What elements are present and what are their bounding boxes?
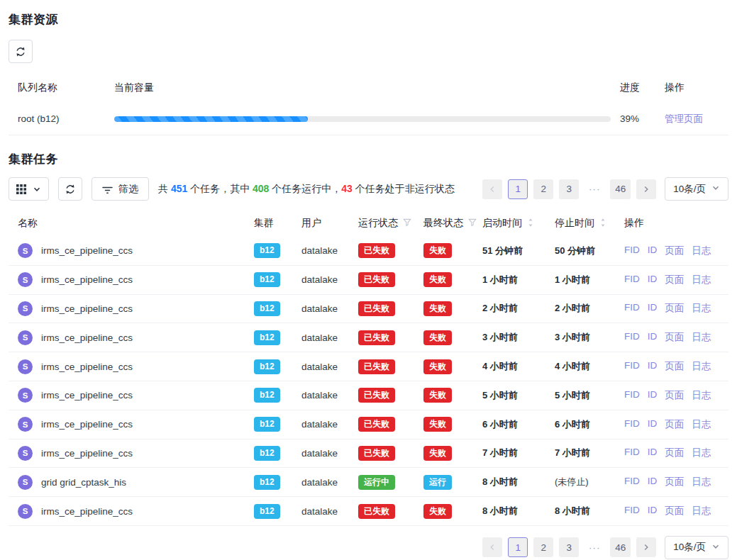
- action-link-id[interactable]: ID: [648, 389, 658, 402]
- refresh-icon: [15, 46, 26, 57]
- pagination-ellipsis[interactable]: ···: [584, 179, 604, 199]
- col-final-status: 最终状态: [423, 217, 482, 230]
- action-link-fid[interactable]: FID: [624, 245, 640, 257]
- pagination-next-button[interactable]: [636, 537, 656, 557]
- cluster-badge: b12: [254, 475, 280, 490]
- filter-button[interactable]: 筛选: [92, 177, 149, 201]
- action-link-id[interactable]: ID: [648, 447, 658, 459]
- column-sorter-icon[interactable]: [527, 218, 534, 230]
- action-link-日志[interactable]: 日志: [692, 245, 711, 257]
- pagination-page-3[interactable]: 3: [559, 537, 579, 557]
- action-link-id[interactable]: ID: [648, 245, 658, 257]
- action-link-fid[interactable]: FID: [624, 302, 640, 315]
- action-link-fid[interactable]: FID: [624, 418, 640, 431]
- column-layout-dropdown-button[interactable]: [9, 177, 49, 201]
- cluster-badge: b12: [254, 272, 280, 287]
- action-link-fid[interactable]: FID: [624, 476, 640, 488]
- table-row: Sgrid grid_cptask_hisb12datalake运行中运行8 小…: [9, 468, 728, 497]
- action-link-id[interactable]: ID: [648, 274, 658, 286]
- action-link-页面[interactable]: 页面: [665, 447, 684, 459]
- task-name-cell: Sgrid grid_cptask_his: [18, 475, 254, 490]
- action-link-日志[interactable]: 日志: [692, 274, 711, 286]
- avatar: S: [18, 272, 33, 287]
- action-link-fid[interactable]: FID: [624, 360, 640, 373]
- table-row: Sirms_ce_pipeline_ccsb12datalake已失败失败5 小…: [9, 381, 728, 410]
- row-actions: FIDID页面日志: [624, 389, 728, 402]
- action-link-日志[interactable]: 日志: [692, 302, 711, 315]
- final-status-badge-cell: 失败: [423, 388, 482, 403]
- task-name-cell: Sirms_ce_pipeline_ccs: [18, 504, 254, 519]
- page-size-select[interactable]: 10条/页: [665, 536, 728, 559]
- action-link-id[interactable]: ID: [648, 476, 658, 488]
- avatar: S: [18, 504, 33, 519]
- action-link-fid[interactable]: FID: [624, 331, 640, 344]
- tasks-refresh-button[interactable]: [58, 177, 82, 201]
- action-link-fid[interactable]: FID: [624, 389, 640, 402]
- task-count-running: 408: [253, 183, 269, 194]
- action-link-页面[interactable]: 页面: [665, 331, 684, 344]
- action-link-fid[interactable]: FID: [624, 274, 640, 286]
- cluster-badge: b12: [254, 388, 280, 403]
- action-link-fid[interactable]: FID: [624, 447, 640, 459]
- manage-page-link[interactable]: 管理页面: [665, 113, 728, 125]
- action-link-id[interactable]: ID: [648, 505, 658, 517]
- run-status-badge: 已失败: [358, 330, 395, 345]
- task-table-body: Sirms_ce_pipeline_ccsb12datalake已失败失败51 …: [9, 237, 728, 526]
- action-link-id[interactable]: ID: [648, 331, 658, 344]
- pagination-page-2[interactable]: 2: [533, 179, 553, 199]
- run-status-badge-cell: 已失败: [358, 359, 423, 374]
- action-link-日志[interactable]: 日志: [692, 505, 711, 517]
- pagination-next-button[interactable]: [636, 179, 656, 199]
- action-link-页面[interactable]: 页面: [665, 389, 684, 402]
- stop-time: 5 小时前: [555, 389, 624, 402]
- pagination-page-46[interactable]: 46: [610, 537, 631, 557]
- column-sorter-icon[interactable]: [599, 218, 606, 230]
- col-progress: 进度: [620, 82, 655, 94]
- user-cell: datalake: [301, 274, 358, 285]
- table-row: Sirms_ce_pipeline_ccsb12datalake已失败失败7 小…: [9, 439, 728, 469]
- action-link-日志[interactable]: 日志: [692, 389, 711, 402]
- resources-refresh-button[interactable]: [9, 40, 33, 63]
- run-status-badge-cell: 已失败: [358, 388, 423, 403]
- action-link-fid[interactable]: FID: [624, 505, 640, 517]
- pagination-page-2[interactable]: 2: [533, 537, 553, 557]
- summary-text: 个任务处于非运行状态: [353, 183, 455, 194]
- action-link-页面[interactable]: 页面: [665, 302, 684, 315]
- pagination-page-1[interactable]: 1: [508, 537, 528, 557]
- action-link-页面[interactable]: 页面: [665, 245, 684, 257]
- user-cell: datalake: [301, 477, 358, 488]
- action-link-日志[interactable]: 日志: [692, 360, 711, 373]
- action-link-日志[interactable]: 日志: [692, 331, 711, 344]
- action-link-日志[interactable]: 日志: [692, 447, 711, 459]
- pagination-page-46[interactable]: 46: [610, 179, 631, 199]
- action-link-页面[interactable]: 页面: [665, 476, 684, 488]
- pagination-page-3[interactable]: 3: [559, 179, 579, 199]
- run-status-badge-cell: 已失败: [358, 330, 423, 345]
- action-link-页面[interactable]: 页面: [665, 505, 684, 517]
- task-name: irms_ce_pipeline_ccs: [41, 303, 133, 314]
- task-name-cell: Sirms_ce_pipeline_ccs: [18, 446, 254, 461]
- action-link-id[interactable]: ID: [648, 302, 658, 315]
- action-link-id[interactable]: ID: [648, 418, 658, 431]
- action-link-日志[interactable]: 日志: [692, 418, 711, 431]
- action-link-日志[interactable]: 日志: [692, 476, 711, 488]
- page-size-value: 10条/页: [673, 183, 706, 196]
- task-name-cell: Sirms_ce_pipeline_ccs: [18, 330, 254, 345]
- column-filter-funnel-icon[interactable]: [403, 218, 411, 229]
- run-status-badge: 运行中: [358, 475, 395, 490]
- action-link-id[interactable]: ID: [648, 360, 658, 373]
- column-filter-funnel-icon[interactable]: [468, 218, 477, 229]
- pagination-ellipsis[interactable]: ···: [584, 537, 604, 557]
- action-link-页面[interactable]: 页面: [665, 418, 684, 431]
- stop-time: 50 分钟前: [555, 245, 624, 257]
- action-link-页面[interactable]: 页面: [665, 360, 684, 373]
- run-status-badge: 已失败: [358, 446, 395, 461]
- run-status-badge: 已失败: [358, 504, 395, 519]
- page-size-select[interactable]: 10条/页: [665, 177, 728, 201]
- pagination-page-1[interactable]: 1: [508, 179, 528, 199]
- cluster-badge: b12: [254, 359, 280, 374]
- action-link-页面[interactable]: 页面: [665, 274, 684, 286]
- chevron-down-icon: [711, 184, 720, 194]
- start-time: 51 分钟前: [482, 245, 555, 257]
- table-row: Sirms_ce_pipeline_ccsb12datalake已失败失败4 小…: [9, 352, 728, 381]
